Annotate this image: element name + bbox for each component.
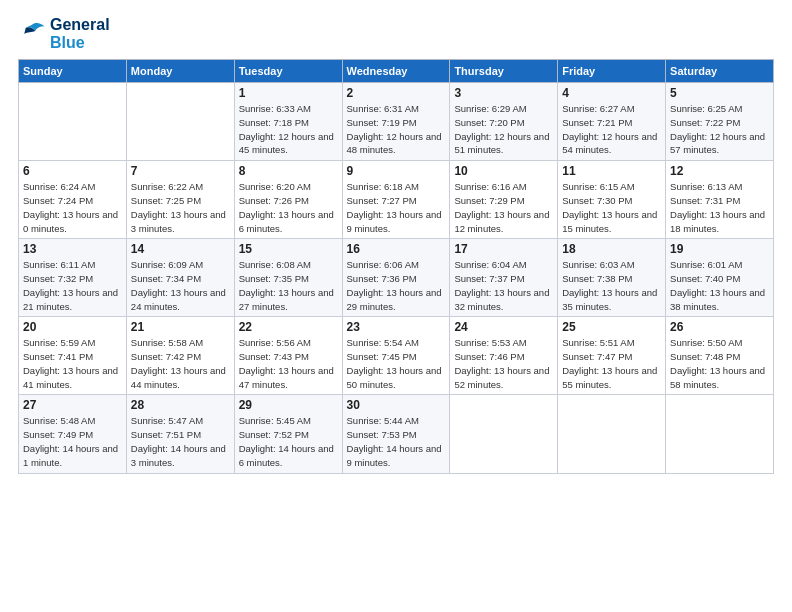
day-detail: Sunrise: 5:58 AMSunset: 7:42 PMDaylight:…	[131, 336, 230, 391]
calendar-cell: 18Sunrise: 6:03 AMSunset: 7:38 PMDayligh…	[558, 239, 666, 317]
day-detail: Sunrise: 6:22 AMSunset: 7:25 PMDaylight:…	[131, 180, 230, 235]
calendar-cell: 13Sunrise: 6:11 AMSunset: 7:32 PMDayligh…	[19, 239, 127, 317]
calendar-cell: 3Sunrise: 6:29 AMSunset: 7:20 PMDaylight…	[450, 83, 558, 161]
calendar-cell: 7Sunrise: 6:22 AMSunset: 7:25 PMDaylight…	[126, 161, 234, 239]
day-number: 18	[562, 242, 661, 256]
calendar-cell: 27Sunrise: 5:48 AMSunset: 7:49 PMDayligh…	[19, 395, 127, 473]
calendar-cell: 14Sunrise: 6:09 AMSunset: 7:34 PMDayligh…	[126, 239, 234, 317]
day-detail: Sunrise: 6:20 AMSunset: 7:26 PMDaylight:…	[239, 180, 338, 235]
calendar-cell	[666, 395, 774, 473]
logo-blue: Blue	[50, 34, 110, 52]
day-number: 2	[347, 86, 446, 100]
day-detail: Sunrise: 6:16 AMSunset: 7:29 PMDaylight:…	[454, 180, 553, 235]
calendar-cell: 25Sunrise: 5:51 AMSunset: 7:47 PMDayligh…	[558, 317, 666, 395]
day-detail: Sunrise: 5:45 AMSunset: 7:52 PMDaylight:…	[239, 414, 338, 469]
day-number: 6	[23, 164, 122, 178]
day-number: 30	[347, 398, 446, 412]
weekday-header: Friday	[558, 60, 666, 83]
day-number: 23	[347, 320, 446, 334]
calendar-cell: 11Sunrise: 6:15 AMSunset: 7:30 PMDayligh…	[558, 161, 666, 239]
weekday-header: Monday	[126, 60, 234, 83]
calendar-table: SundayMondayTuesdayWednesdayThursdayFrid…	[18, 59, 774, 473]
day-detail: Sunrise: 6:08 AMSunset: 7:35 PMDaylight:…	[239, 258, 338, 313]
calendar-cell: 8Sunrise: 6:20 AMSunset: 7:26 PMDaylight…	[234, 161, 342, 239]
day-number: 8	[239, 164, 338, 178]
calendar-body: 1Sunrise: 6:33 AMSunset: 7:18 PMDaylight…	[19, 83, 774, 473]
calendar-cell: 10Sunrise: 6:16 AMSunset: 7:29 PMDayligh…	[450, 161, 558, 239]
day-detail: Sunrise: 6:06 AMSunset: 7:36 PMDaylight:…	[347, 258, 446, 313]
day-detail: Sunrise: 6:03 AMSunset: 7:38 PMDaylight:…	[562, 258, 661, 313]
day-number: 14	[131, 242, 230, 256]
day-detail: Sunrise: 6:25 AMSunset: 7:22 PMDaylight:…	[670, 102, 769, 157]
day-number: 26	[670, 320, 769, 334]
calendar-cell: 1Sunrise: 6:33 AMSunset: 7:18 PMDaylight…	[234, 83, 342, 161]
logo-general: General	[50, 16, 110, 34]
day-detail: Sunrise: 6:33 AMSunset: 7:18 PMDaylight:…	[239, 102, 338, 157]
calendar-cell: 5Sunrise: 6:25 AMSunset: 7:22 PMDaylight…	[666, 83, 774, 161]
day-number: 13	[23, 242, 122, 256]
day-number: 24	[454, 320, 553, 334]
day-number: 4	[562, 86, 661, 100]
day-number: 27	[23, 398, 122, 412]
day-detail: Sunrise: 6:04 AMSunset: 7:37 PMDaylight:…	[454, 258, 553, 313]
day-number: 10	[454, 164, 553, 178]
day-number: 17	[454, 242, 553, 256]
day-detail: Sunrise: 5:54 AMSunset: 7:45 PMDaylight:…	[347, 336, 446, 391]
day-number: 21	[131, 320, 230, 334]
calendar-week-row: 27Sunrise: 5:48 AMSunset: 7:49 PMDayligh…	[19, 395, 774, 473]
calendar-cell: 26Sunrise: 5:50 AMSunset: 7:48 PMDayligh…	[666, 317, 774, 395]
calendar-cell: 20Sunrise: 5:59 AMSunset: 7:41 PMDayligh…	[19, 317, 127, 395]
day-detail: Sunrise: 5:44 AMSunset: 7:53 PMDaylight:…	[347, 414, 446, 469]
calendar-week-row: 1Sunrise: 6:33 AMSunset: 7:18 PMDaylight…	[19, 83, 774, 161]
page: General Blue SundayMondayTuesdayWednesda…	[0, 0, 792, 612]
day-detail: Sunrise: 5:53 AMSunset: 7:46 PMDaylight:…	[454, 336, 553, 391]
day-detail: Sunrise: 6:24 AMSunset: 7:24 PMDaylight:…	[23, 180, 122, 235]
weekday-header: Wednesday	[342, 60, 450, 83]
calendar-cell: 12Sunrise: 6:13 AMSunset: 7:31 PMDayligh…	[666, 161, 774, 239]
weekday-header: Thursday	[450, 60, 558, 83]
calendar-cell	[450, 395, 558, 473]
calendar-cell	[558, 395, 666, 473]
calendar-week-row: 6Sunrise: 6:24 AMSunset: 7:24 PMDaylight…	[19, 161, 774, 239]
day-number: 7	[131, 164, 230, 178]
calendar-cell: 9Sunrise: 6:18 AMSunset: 7:27 PMDaylight…	[342, 161, 450, 239]
day-detail: Sunrise: 6:18 AMSunset: 7:27 PMDaylight:…	[347, 180, 446, 235]
day-detail: Sunrise: 6:11 AMSunset: 7:32 PMDaylight:…	[23, 258, 122, 313]
day-detail: Sunrise: 6:13 AMSunset: 7:31 PMDaylight:…	[670, 180, 769, 235]
day-detail: Sunrise: 6:31 AMSunset: 7:19 PMDaylight:…	[347, 102, 446, 157]
day-detail: Sunrise: 6:09 AMSunset: 7:34 PMDaylight:…	[131, 258, 230, 313]
day-number: 11	[562, 164, 661, 178]
calendar-cell: 2Sunrise: 6:31 AMSunset: 7:19 PMDaylight…	[342, 83, 450, 161]
day-detail: Sunrise: 5:59 AMSunset: 7:41 PMDaylight:…	[23, 336, 122, 391]
day-detail: Sunrise: 5:47 AMSunset: 7:51 PMDaylight:…	[131, 414, 230, 469]
calendar-cell: 17Sunrise: 6:04 AMSunset: 7:37 PMDayligh…	[450, 239, 558, 317]
calendar-cell: 16Sunrise: 6:06 AMSunset: 7:36 PMDayligh…	[342, 239, 450, 317]
calendar-cell: 6Sunrise: 6:24 AMSunset: 7:24 PMDaylight…	[19, 161, 127, 239]
calendar-cell: 19Sunrise: 6:01 AMSunset: 7:40 PMDayligh…	[666, 239, 774, 317]
calendar-cell: 21Sunrise: 5:58 AMSunset: 7:42 PMDayligh…	[126, 317, 234, 395]
calendar-cell: 15Sunrise: 6:08 AMSunset: 7:35 PMDayligh…	[234, 239, 342, 317]
calendar-cell	[19, 83, 127, 161]
calendar-header-row: SundayMondayTuesdayWednesdayThursdayFrid…	[19, 60, 774, 83]
day-detail: Sunrise: 5:48 AMSunset: 7:49 PMDaylight:…	[23, 414, 122, 469]
calendar-cell: 4Sunrise: 6:27 AMSunset: 7:21 PMDaylight…	[558, 83, 666, 161]
calendar-cell: 22Sunrise: 5:56 AMSunset: 7:43 PMDayligh…	[234, 317, 342, 395]
day-detail: Sunrise: 5:56 AMSunset: 7:43 PMDaylight:…	[239, 336, 338, 391]
day-detail: Sunrise: 6:01 AMSunset: 7:40 PMDaylight:…	[670, 258, 769, 313]
day-number: 12	[670, 164, 769, 178]
day-detail: Sunrise: 6:27 AMSunset: 7:21 PMDaylight:…	[562, 102, 661, 157]
logo-icon	[18, 20, 46, 48]
day-number: 29	[239, 398, 338, 412]
header: General Blue	[18, 16, 774, 51]
day-number: 25	[562, 320, 661, 334]
weekday-header: Sunday	[19, 60, 127, 83]
day-number: 28	[131, 398, 230, 412]
calendar-week-row: 13Sunrise: 6:11 AMSunset: 7:32 PMDayligh…	[19, 239, 774, 317]
day-number: 20	[23, 320, 122, 334]
calendar-cell: 28Sunrise: 5:47 AMSunset: 7:51 PMDayligh…	[126, 395, 234, 473]
day-number: 22	[239, 320, 338, 334]
day-number: 3	[454, 86, 553, 100]
calendar-cell: 23Sunrise: 5:54 AMSunset: 7:45 PMDayligh…	[342, 317, 450, 395]
day-number: 5	[670, 86, 769, 100]
day-number: 15	[239, 242, 338, 256]
